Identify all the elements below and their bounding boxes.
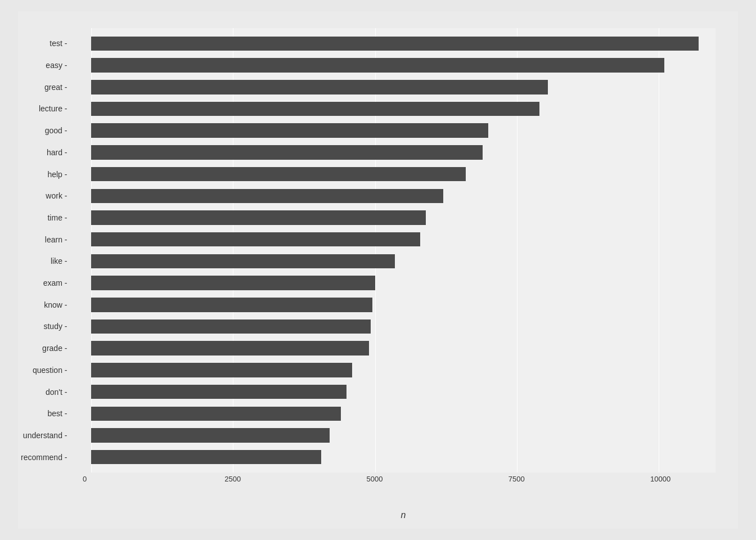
y-label-best: best - bbox=[21, 403, 71, 425]
bar-row bbox=[91, 76, 716, 98]
bar-row bbox=[91, 316, 716, 338]
bar-row bbox=[91, 446, 716, 468]
bar-best bbox=[91, 407, 341, 421]
bar-row bbox=[91, 33, 716, 55]
bar-understand bbox=[91, 428, 330, 443]
bars-container bbox=[91, 28, 716, 472]
y-label-like: like - bbox=[21, 250, 71, 272]
bar-question bbox=[91, 363, 352, 377]
y-label-great: great - bbox=[21, 76, 71, 98]
bar-row bbox=[91, 98, 716, 120]
bar-like bbox=[91, 254, 395, 269]
bar-row bbox=[91, 185, 716, 207]
y-label-know: know - bbox=[21, 294, 71, 316]
y-label-exam: exam - bbox=[21, 272, 71, 294]
y-label-hard: hard - bbox=[21, 142, 71, 164]
bar-row bbox=[91, 142, 716, 164]
y-label-grade: grade - bbox=[21, 338, 71, 359]
y-label-understand: understand - bbox=[21, 425, 71, 447]
y-label-help: help - bbox=[21, 163, 71, 185]
y-axis-labels: test -easy -great -lecture -good -hard -… bbox=[21, 28, 71, 472]
y-label-time: time - bbox=[21, 207, 71, 229]
y-label-question: question - bbox=[21, 359, 71, 381]
x-axis: 025005000750010000 bbox=[91, 472, 716, 495]
bar-recommend bbox=[91, 450, 321, 465]
bar-good bbox=[91, 123, 488, 138]
bar-great bbox=[91, 80, 548, 94]
bar-help bbox=[91, 167, 466, 182]
bar-easy bbox=[91, 58, 664, 73]
chart-container: test -easy -great -lecture -good -hard -… bbox=[18, 11, 738, 529]
x-tick-0: 0 bbox=[83, 475, 87, 483]
bar-row bbox=[91, 294, 716, 316]
bar-row bbox=[91, 207, 716, 229]
bar-row bbox=[91, 163, 716, 185]
bar-hard bbox=[91, 145, 483, 160]
bar-exam bbox=[91, 276, 375, 290]
bar-study bbox=[91, 320, 371, 334]
y-label-learn: learn - bbox=[21, 228, 71, 250]
y-label-lecture: lecture - bbox=[21, 98, 71, 120]
y-label-recommend: recommend - bbox=[21, 446, 71, 468]
bar-row bbox=[91, 55, 716, 76]
x-axis-title: n bbox=[91, 510, 716, 520]
bar-row bbox=[91, 228, 716, 250]
bar-grade bbox=[91, 341, 369, 356]
bar-test bbox=[91, 37, 699, 51]
chart-area: test -easy -great -lecture -good -hard -… bbox=[91, 28, 716, 495]
y-label-study: study - bbox=[21, 316, 71, 338]
bar-lecture bbox=[91, 102, 539, 116]
y-label-easy: easy - bbox=[21, 55, 71, 76]
bar-row bbox=[91, 338, 716, 359]
y-label-don't: don't - bbox=[21, 381, 71, 403]
bar-row bbox=[91, 250, 716, 272]
bar-row bbox=[91, 403, 716, 425]
y-label-work: work - bbox=[21, 185, 71, 207]
bar-work bbox=[91, 189, 443, 204]
bar-row bbox=[91, 120, 716, 142]
bar-row bbox=[91, 359, 716, 381]
bar-row bbox=[91, 425, 716, 447]
y-label-good: good - bbox=[21, 120, 71, 142]
x-tick-7500: 7500 bbox=[508, 475, 525, 483]
y-label-test: test - bbox=[21, 33, 71, 55]
x-tick-2500: 2500 bbox=[224, 475, 241, 483]
bar-know bbox=[91, 298, 372, 312]
x-tick-10000: 10000 bbox=[650, 475, 670, 483]
bar-row bbox=[91, 272, 716, 294]
bar-don't bbox=[91, 385, 346, 399]
bar-row bbox=[91, 381, 716, 403]
bar-learn bbox=[91, 232, 420, 247]
x-tick-5000: 5000 bbox=[367, 475, 383, 483]
plot-area bbox=[91, 28, 716, 472]
bar-time bbox=[91, 210, 426, 225]
